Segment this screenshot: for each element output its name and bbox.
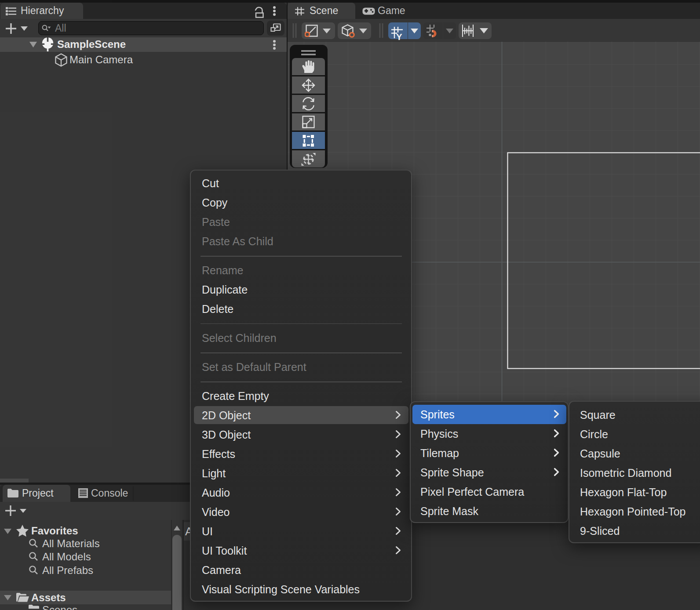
svg-text:Y: Y [396, 32, 402, 40]
